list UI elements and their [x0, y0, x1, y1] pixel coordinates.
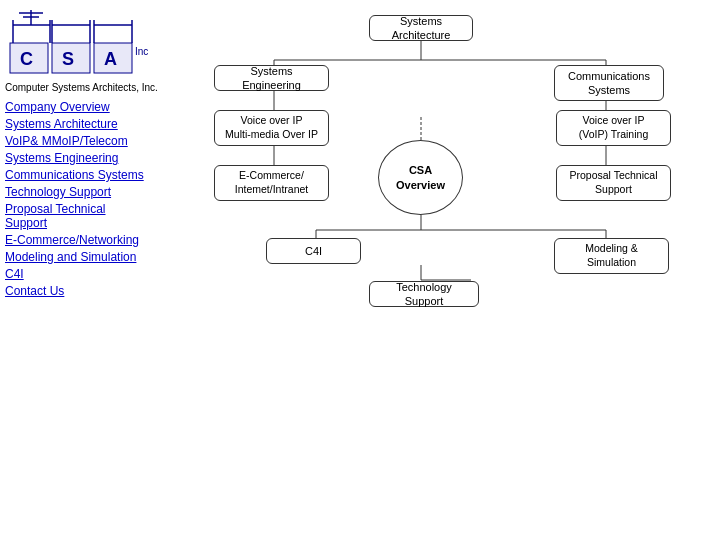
nav-item-ecommerce[interactable]: E-Commerce/Networking — [5, 233, 160, 247]
nav-item-systems-architecture[interactable]: Systems Architecture — [5, 117, 160, 131]
company-name-text: Computer Systems Architects, Inc. — [5, 82, 160, 94]
nav-item-contact-us[interactable]: Contact Us — [5, 284, 160, 298]
systems-architecture-box[interactable]: Systems Architecture — [369, 15, 473, 41]
logo-area: C S A Inc — [5, 5, 160, 94]
svg-text:S: S — [62, 49, 74, 69]
company-logo: C S A Inc — [5, 5, 150, 80]
main-content: Systems Architecture Systems Engineering… — [165, 0, 727, 340]
nav-item-technology-support[interactable]: Technology Support — [5, 185, 160, 199]
nav-item-modeling[interactable]: Modeling and Simulation — [5, 250, 160, 264]
nav-item-proposal-technical[interactable]: Proposal TechnicalSupport — [5, 202, 160, 230]
nav-item-communications-systems[interactable]: Communications Systems — [5, 168, 160, 182]
sidebar: C S A Inc — [0, 0, 165, 340]
nav-item-voip[interactable]: VoIP& MMoIP/Telecom — [5, 134, 160, 148]
systems-engineering-box[interactable]: Systems Engineering — [214, 65, 329, 91]
voip-training-box[interactable]: Voice over IP (VoIP) Training — [556, 110, 671, 146]
diagram-container: Systems Architecture Systems Engineering… — [206, 10, 686, 330]
svg-text:A: A — [104, 49, 117, 69]
svg-text:Inc: Inc — [135, 46, 148, 57]
nav-item-company-overview[interactable]: Company Overview — [5, 100, 160, 114]
nav-item-c4i[interactable]: C4I — [5, 267, 160, 281]
proposal-technical-box[interactable]: Proposal Technical Support — [556, 165, 671, 201]
communications-systems-box[interactable]: Communications Systems — [554, 65, 664, 101]
ecommerce-box[interactable]: E-Commerce/ Intemet/Intranet — [214, 165, 329, 201]
nav-item-systems-engineering[interactable]: Systems Engineering — [5, 151, 160, 165]
c4i-box[interactable]: C4I — [266, 238, 361, 264]
nav-links: Company Overview Systems Architecture Vo… — [5, 100, 160, 298]
modeling-simulation-box[interactable]: Modeling & Simulation — [554, 238, 669, 274]
csa-overview-box[interactable]: CSA Overview — [378, 140, 463, 215]
svg-text:C: C — [20, 49, 33, 69]
technology-support-box[interactable]: Technology Support — [369, 281, 479, 307]
voip-multimedia-box[interactable]: Voice over IP Multi-media Over IP — [214, 110, 329, 146]
